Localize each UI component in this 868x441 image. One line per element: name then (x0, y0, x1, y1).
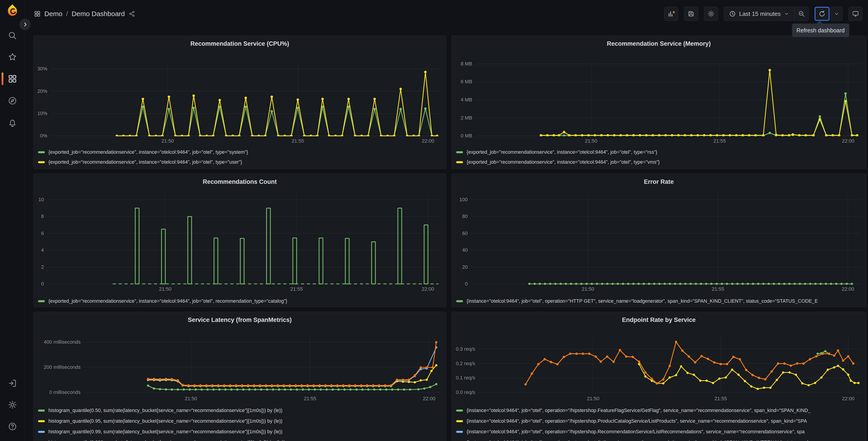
panel-error-rate: Error Rate 02040608010021:5021:5522:00 {… (452, 174, 866, 307)
legend-swatch (456, 161, 463, 163)
legend-label: {instance="otelcol:9464", job="otel", op… (467, 440, 814, 441)
legend-item[interactable]: {exported_job="recommendationservice", i… (456, 157, 863, 167)
top-nav: Demo / Demo Dashboard (25, 0, 868, 28)
breadcrumb-page[interactable]: Demo Dashboard (71, 10, 125, 18)
y-axis-label: 0.2 req/s (453, 360, 475, 367)
tooltip-arrow (816, 21, 823, 24)
legend-item[interactable]: {instance="otelcol:9464", job="otel", op… (456, 437, 863, 441)
sidebar-item-help[interactable] (0, 416, 25, 437)
time-range-label: Last 15 minutes (739, 10, 781, 18)
refresh-dashboard-button[interactable] (815, 7, 830, 21)
panel-endpoint-rate: Endpoint Rate by Service 0.0 req/s0.1 re… (452, 312, 866, 441)
count-legend: {exported_job="recommendationservice", i… (38, 296, 443, 306)
sidebar-item-alerting[interactable] (0, 112, 25, 134)
refresh-tooltip: Refresh dashboard (792, 24, 849, 37)
legend-swatch (456, 431, 463, 433)
y-axis-label: 400 milliseconds (35, 339, 81, 345)
share-icon[interactable] (128, 10, 135, 17)
plot-area[interactable] (471, 195, 861, 285)
breadcrumb-section[interactable]: Demo (44, 10, 62, 18)
expand-sidebar-button[interactable] (20, 19, 31, 30)
gear-icon (8, 400, 17, 410)
x-axis-label: 21:55 (707, 138, 732, 144)
grafana-logo[interactable] (6, 4, 19, 17)
refresh-group (815, 7, 843, 21)
y-axis-label: 2 (35, 264, 44, 270)
y-axis-label: 0 MB (453, 133, 472, 139)
x-axis-label: 22:00 (415, 286, 440, 292)
panel-recommendation-memory: Recommendation Service (Memory) 0 MB2 MB… (452, 35, 866, 169)
y-axis-label: 10% (35, 110, 47, 117)
refresh-interval-dropdown[interactable] (831, 7, 843, 21)
endpoint-rate-legend: {instance="otelcol:9464", job="otel", op… (456, 405, 863, 441)
legend-swatch (38, 300, 45, 302)
legend-item[interactable]: {instance="otelcol:9464", job="otel", op… (456, 405, 863, 416)
y-axis-label: 0 (453, 281, 468, 287)
x-axis-label: 21:55 (284, 286, 309, 292)
x-axis-label: 22:00 (415, 138, 440, 144)
apps-icon (34, 10, 41, 17)
y-axis-label: 6 (35, 230, 44, 237)
legend-label: {exported_job="recommendationservice", i… (49, 159, 242, 165)
save-dashboard-button[interactable] (684, 7, 698, 21)
x-axis-label: 21:50 (581, 396, 606, 402)
count-chart[interactable]: 024681021:5021:5522:00 (33, 174, 446, 307)
y-axis-label: 40 (453, 247, 468, 253)
legend-label: histogram_quantile(0.99, sum(rate(latenc… (49, 429, 282, 435)
sidebar-item-explore[interactable] (0, 90, 25, 112)
legend-item[interactable]: {exported_job="recommendationservice", i… (38, 147, 443, 157)
legend-swatch (456, 420, 463, 422)
legend-item[interactable]: {instance="otelcol:9464", job="otel", op… (456, 427, 863, 437)
zoom-out-icon (798, 10, 805, 18)
error-rate-chart[interactable]: 02040608010021:5021:5522:00 (452, 174, 866, 307)
error-rate-legend: {instance="otelcol:9464", job="otel", op… (456, 296, 863, 306)
legend-label: histogram_quantile(0.50, sum(rate(latenc… (49, 408, 282, 413)
x-axis-label: 21:50 (153, 286, 178, 292)
active-indicator (2, 72, 3, 85)
legend-item[interactable]: {instance="otelcol:9464", job="otel", op… (456, 416, 863, 427)
legend-item[interactable]: histogram_quantile(0.99, sum(rate(latenc… (38, 427, 443, 437)
cycle-view-mode-button[interactable] (848, 7, 863, 21)
panel-recommendation-cpu: Recommendation Service (CPU%) 0%10%20%30… (33, 35, 446, 169)
zoom-out-button[interactable] (794, 7, 809, 21)
chevron-right-icon (22, 22, 28, 27)
chevron-down-icon (784, 11, 789, 17)
dashboards-icon (8, 74, 17, 84)
plot-area[interactable] (478, 337, 861, 394)
y-axis-label: 200 milliseconds (35, 364, 81, 371)
sign-in-icon (8, 379, 17, 388)
legend-item[interactable]: histogram_quantile(0.999, sum(rate(laten… (38, 437, 443, 441)
breadcrumb-separator: / (66, 10, 68, 18)
x-axis-label: 22:00 (416, 396, 441, 402)
compass-icon (8, 96, 17, 106)
y-axis-label: 2 MB (453, 115, 472, 121)
clock-icon (729, 10, 736, 17)
legend-label: {instance="otelcol:9464", job="otel", op… (467, 408, 811, 413)
legend-item[interactable]: {exported_job="recommendationservice", i… (38, 296, 443, 306)
legend-item[interactable]: {exported_job="recommendationservice", i… (38, 157, 443, 167)
caret-down-icon (834, 11, 839, 17)
sidebar-item-dashboards[interactable] (0, 68, 25, 90)
x-axis-label: 21:55 (298, 396, 322, 402)
plot-area[interactable] (475, 62, 861, 136)
legend-item[interactable]: histogram_quantile(0.95, sum(rate(latenc… (38, 416, 443, 427)
dashboard-settings-button[interactable] (704, 7, 718, 21)
legend-item[interactable]: {instance="otelcol:9464", job="otel", op… (456, 296, 863, 306)
plot-area[interactable] (51, 62, 441, 136)
add-panel-button[interactable] (664, 7, 678, 21)
y-axis-label: 30% (35, 66, 47, 72)
sidebar-item-settings[interactable] (0, 394, 25, 416)
legend-label: {exported_job="recommendationservice", i… (49, 298, 287, 304)
plot-area[interactable] (84, 337, 441, 394)
legend-item[interactable]: histogram_quantile(0.50, sum(rate(latenc… (38, 405, 443, 416)
y-axis-label: 0.1 req/s (453, 375, 475, 381)
legend-swatch (38, 161, 45, 163)
legend-label: {instance="otelcol:9464", job="otel", op… (467, 418, 807, 424)
sidebar-item-starred[interactable] (0, 46, 25, 68)
plot-area[interactable] (47, 195, 441, 285)
legend-item[interactable]: {exported_job="recommendationservice", i… (456, 147, 863, 157)
time-range-picker[interactable]: Last 15 minutes (724, 7, 794, 21)
search-icon (8, 31, 17, 40)
sidebar-item-sign-in[interactable] (0, 373, 25, 394)
breadcrumb: Demo / Demo Dashboard (34, 0, 135, 28)
